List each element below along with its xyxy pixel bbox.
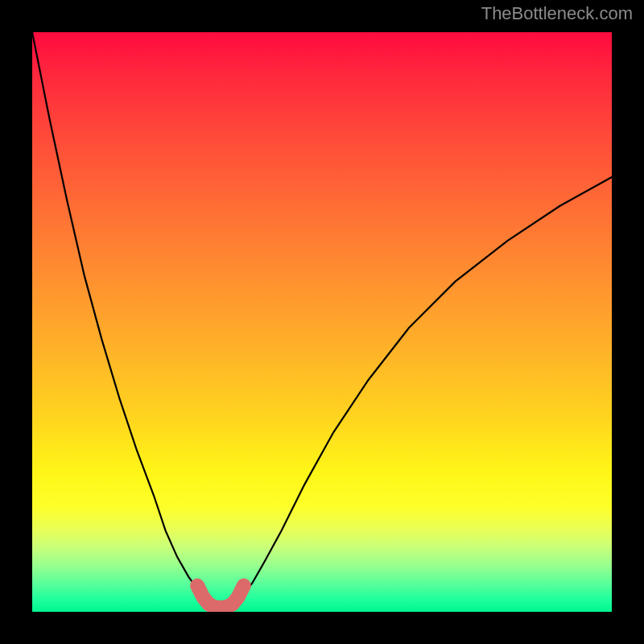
chart-frame: TheBottleneck.com [0, 0, 644, 644]
highlight-path [197, 586, 244, 608]
curve-left-path [32, 32, 215, 606]
chart-svg [32, 32, 612, 612]
watermark-text: TheBottleneck.com [481, 3, 633, 24]
plot-area [32, 32, 612, 612]
curve-right-path [232, 177, 612, 606]
